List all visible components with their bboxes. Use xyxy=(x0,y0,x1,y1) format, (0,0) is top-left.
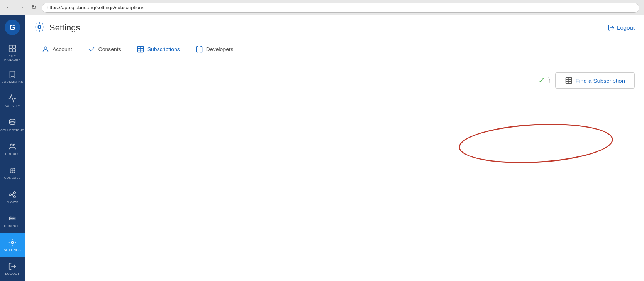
sidebar-item-activity[interactable]: Activity xyxy=(0,89,25,113)
tab-consents-label: Consents xyxy=(98,46,121,52)
svg-point-25 xyxy=(11,241,14,244)
sidebar-item-groups[interactable]: Groups xyxy=(0,137,25,161)
svg-text:G: G xyxy=(9,23,15,32)
header-right: Logout xyxy=(608,24,635,31)
page-title: Settings xyxy=(49,23,80,33)
svg-rect-5 xyxy=(13,49,15,52)
sidebar-label-console: Console xyxy=(4,176,21,180)
svg-point-24 xyxy=(13,218,14,219)
url-bar[interactable]: https://app.globus.org/settings/subscrip… xyxy=(42,3,639,13)
svg-point-9 xyxy=(10,170,11,171)
tab-account-label: Account xyxy=(53,46,72,52)
svg-point-8 xyxy=(13,144,15,146)
sidebar-label-logout: Logout xyxy=(5,272,20,276)
sidebar-label-activity: Activity xyxy=(5,104,20,108)
svg-point-10 xyxy=(12,170,13,171)
svg-point-18 xyxy=(9,194,12,196)
tab-consents[interactable]: Consents xyxy=(80,40,129,59)
logo[interactable]: G xyxy=(0,15,25,39)
sidebar-label-settings: Settings xyxy=(4,248,21,252)
svg-point-16 xyxy=(12,172,13,173)
header-left: Settings xyxy=(34,22,80,34)
tab-subscriptions-label: Subscriptions xyxy=(147,46,180,52)
sidebar-label-collections: Collections xyxy=(0,128,24,132)
sidebar-item-logout[interactable]: Logout xyxy=(0,257,25,281)
svg-point-22 xyxy=(10,218,12,219)
svg-point-26 xyxy=(38,25,41,28)
svg-rect-3 xyxy=(13,45,15,48)
svg-point-19 xyxy=(14,191,16,194)
logout-label: Logout xyxy=(617,24,635,31)
svg-point-27 xyxy=(44,47,47,49)
url-text: https://app.globus.org/settings/subscrip… xyxy=(47,5,144,10)
svg-point-17 xyxy=(14,172,15,173)
action-bar: ✓ 〉 Find a Subscription xyxy=(34,69,635,93)
svg-point-15 xyxy=(10,172,11,173)
sidebar-label-compute: Compute xyxy=(4,224,21,228)
sidebar-label-groups: Groups xyxy=(5,152,20,156)
sidebar-item-compute[interactable]: Compute xyxy=(0,209,25,233)
browser-chrome: ← → ↻ https://app.globus.org/settings/su… xyxy=(0,0,644,15)
svg-point-23 xyxy=(12,218,13,219)
forward-button[interactable]: → xyxy=(17,3,25,12)
sidebar-item-bookmarks[interactable]: Bookmarks xyxy=(0,65,25,89)
sidebar-item-settings[interactable]: Settings xyxy=(0,233,25,257)
sidebar-item-file-manager[interactable]: File Manager xyxy=(0,41,25,65)
main-content: Settings Logout Acc xyxy=(25,15,644,281)
app-container: G File Manager Bookmarks Activity xyxy=(0,15,644,281)
svg-point-20 xyxy=(14,195,16,198)
sidebar-label-flows: Flows xyxy=(7,200,19,204)
svg-point-12 xyxy=(10,168,11,169)
page-header: Settings Logout xyxy=(25,15,644,40)
tabs-bar: Account Consents Subscriptions xyxy=(25,40,644,59)
svg-point-7 xyxy=(10,144,13,146)
check-circle-icon: ✓ xyxy=(538,76,545,86)
tab-subscriptions[interactable]: Subscriptions xyxy=(129,40,188,59)
annotation-ellipse xyxy=(458,120,614,167)
svg-rect-2 xyxy=(9,45,12,48)
find-subscription-button[interactable]: Find a Subscription xyxy=(555,72,635,89)
back-button[interactable]: ← xyxy=(5,3,13,12)
reload-button[interactable]: ↻ xyxy=(29,3,38,12)
find-subscription-label: Find a Subscription xyxy=(576,77,625,84)
tab-account[interactable]: Account xyxy=(34,40,80,59)
svg-point-13 xyxy=(12,168,13,169)
settings-gear-icon xyxy=(34,22,45,34)
sidebar-label-file-manager: File Manager xyxy=(0,54,25,61)
sidebar-item-collections[interactable]: Collections xyxy=(0,113,25,137)
sidebar-item-console[interactable]: Console xyxy=(0,161,25,185)
sidebar: G File Manager Bookmarks Activity xyxy=(0,15,25,281)
content-area: ✓ 〉 Find a Subscription xyxy=(25,59,644,281)
svg-rect-4 xyxy=(9,49,12,52)
svg-point-14 xyxy=(14,168,15,169)
status-icons: ✓ 〉 xyxy=(538,76,551,86)
chevron-right-icon: 〉 xyxy=(548,77,551,85)
sidebar-item-flows[interactable]: Flows xyxy=(0,185,25,209)
svg-point-6 xyxy=(10,119,15,121)
tab-developers-label: Developers xyxy=(206,46,234,52)
sidebar-label-bookmarks: Bookmarks xyxy=(2,80,23,84)
tab-developers[interactable]: Developers xyxy=(188,40,241,59)
logout-button[interactable]: Logout xyxy=(608,24,635,31)
svg-point-11 xyxy=(14,170,15,171)
